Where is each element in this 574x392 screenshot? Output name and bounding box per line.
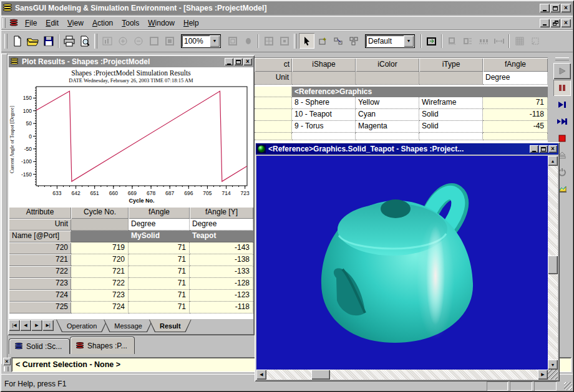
object-table-cell[interactable]: Yellow (356, 97, 419, 109)
result-table-cell[interactable]: 71 (129, 254, 190, 266)
step-button[interactable] (553, 97, 571, 113)
marker-button[interactable] (240, 33, 256, 49)
result-table-cell[interactable]: -128 (190, 278, 253, 290)
column-header-fangle[interactable]: fAngle (483, 58, 548, 72)
scroll-up-button[interactable]: ▲ (548, 156, 558, 166)
plot-setup-button[interactable] (99, 33, 115, 49)
run-to-end-button[interactable] (553, 113, 571, 130)
scroll-right-button[interactable]: ▶ (538, 370, 548, 380)
tab-message[interactable]: Message (104, 320, 152, 332)
fit-width-button[interactable] (491, 33, 507, 49)
show-grid-button[interactable] (512, 33, 527, 49)
first-sheet-button[interactable]: |◀ (9, 320, 20, 331)
selection-toolbar-grip[interactable] (4, 366, 9, 371)
column-header-fangle[interactable]: fAngle (129, 207, 190, 219)
result-table-cell[interactable]: 721 (9, 254, 71, 266)
result-table-cell[interactable]: 724 (9, 290, 71, 302)
minimize-button[interactable] (540, 4, 550, 12)
object-table-cell[interactable]: -118 (483, 109, 548, 121)
snap-frame-button[interactable] (527, 33, 543, 49)
object-table-cell[interactable] (255, 109, 292, 121)
zoom-fit-button[interactable] (162, 33, 177, 49)
last-sheet-button[interactable]: ▶| (42, 320, 54, 331)
unit-cell[interactable] (71, 219, 129, 231)
prev-sheet-button[interactable]: ◀ (20, 320, 31, 331)
space-evenly-button[interactable] (475, 33, 491, 49)
result-table-cell[interactable]: -143 (190, 242, 253, 254)
mdi-minimize-button[interactable] (540, 19, 550, 27)
statusbar-resize-grip[interactable] (564, 382, 572, 390)
selection-close-button[interactable]: × (3, 358, 11, 365)
group-row-label[interactable]: <Reference>Graphics (292, 87, 548, 97)
result-table-cell[interactable]: -118 (190, 302, 253, 313)
object-table-cell[interactable]: 9 - Torus (292, 121, 356, 133)
result-table-cell[interactable]: -133 (190, 266, 253, 278)
name-cell[interactable] (71, 231, 129, 242)
object-table-cell[interactable]: 10 - Teapot (292, 109, 356, 121)
new-file-button[interactable] (9, 33, 25, 49)
menu-tools[interactable]: Tools (117, 17, 144, 29)
doc-tab-solid[interactable]: Solid :Sc... (9, 338, 70, 354)
zoom-level-combo[interactable]: 100% ▼ (181, 34, 221, 48)
result-table-cell[interactable]: 71 (129, 242, 190, 254)
zoom-box-button[interactable] (146, 33, 162, 49)
menu-window[interactable]: Window (144, 17, 179, 29)
toolbar-grip[interactable] (4, 34, 7, 49)
plot-window-title-bar[interactable]: Plot Results - Shapes :ProjectModel × (9, 56, 253, 67)
print-button[interactable] (61, 33, 77, 49)
tab-operation[interactable]: Operation (57, 320, 107, 332)
toolbar-grip[interactable] (555, 57, 569, 60)
run-button[interactable] (553, 63, 571, 79)
unit-cell[interactable]: Degree (190, 219, 253, 231)
object-table-cell[interactable]: Solid (419, 109, 483, 121)
open-file-button[interactable] (25, 33, 41, 49)
object-table-cell[interactable]: Cyan (356, 109, 419, 121)
teapot-maximize-button[interactable] (539, 145, 548, 153)
mdi-close-button[interactable]: × (561, 19, 571, 27)
save-button[interactable] (41, 33, 56, 49)
teapot-window-title-bar[interactable]: <Reference>Graphics.Solid_Teapot - Shape… (256, 143, 558, 155)
zoom-combo-arrow[interactable]: ▼ (210, 36, 220, 47)
result-table-cell[interactable]: 71 (129, 290, 190, 302)
mdi-restore-button[interactable] (550, 19, 560, 27)
menu-edit[interactable]: Edit (41, 17, 63, 29)
column-header[interactable]: ct (255, 58, 292, 72)
result-table-cell[interactable]: -138 (190, 254, 253, 266)
result-table-cell[interactable]: 723 (71, 290, 129, 302)
name-cell[interactable]: Teapot (190, 231, 253, 242)
unit-cell[interactable] (292, 72, 356, 85)
tab-result[interactable]: Result (150, 320, 191, 332)
result-table-cell[interactable]: 720 (9, 242, 71, 254)
doc-tab-shapes[interactable]: Shapes :P... (70, 337, 135, 354)
pause-button[interactable] (553, 80, 571, 96)
scroll-down-button[interactable]: ▼ (548, 360, 558, 370)
object-table-cell[interactable]: Solid (419, 121, 483, 133)
vertical-scrollbar[interactable]: ▲ ▼ (548, 156, 558, 370)
result-table-cell[interactable]: 719 (71, 242, 129, 254)
teapot-minimize-button[interactable] (530, 145, 538, 153)
print-preview-button[interactable] (77, 33, 92, 49)
plot-maximize-button[interactable] (234, 58, 243, 65)
render-viewport[interactable] (256, 156, 548, 370)
object-table-cell[interactable]: -45 (483, 121, 548, 133)
preset-combo[interactable]: Default ▼ (365, 34, 415, 48)
column-header-cycle[interactable]: Cycle No. (71, 207, 129, 219)
name-cell[interactable]: MySolid (129, 231, 190, 242)
next-sheet-button[interactable]: ▶ (31, 320, 42, 331)
single-view-button[interactable] (276, 33, 292, 49)
toolbar-grip[interactable] (94, 34, 97, 49)
unit-cell[interactable]: Degree (129, 219, 190, 231)
horizontal-scroll-thumb[interactable] (311, 370, 330, 380)
menu-file[interactable]: File (21, 17, 41, 29)
pan-button[interactable] (225, 33, 240, 49)
column-header-itype[interactable]: iType (419, 58, 483, 72)
menu-view[interactable]: View (63, 17, 88, 29)
result-table-cell[interactable]: 71 (129, 266, 190, 278)
result-table-cell[interactable]: -123 (190, 290, 253, 302)
toolbar-grip[interactable] (294, 34, 297, 49)
plot-close-button[interactable]: × (243, 58, 252, 65)
main-title-bar[interactable]: SansGUI Modeling & Simulation Environmen… (1, 1, 573, 15)
result-table-cell[interactable]: 723 (9, 278, 71, 290)
plot-minimize-button[interactable] (225, 58, 233, 65)
tile-view-button[interactable] (261, 33, 276, 49)
